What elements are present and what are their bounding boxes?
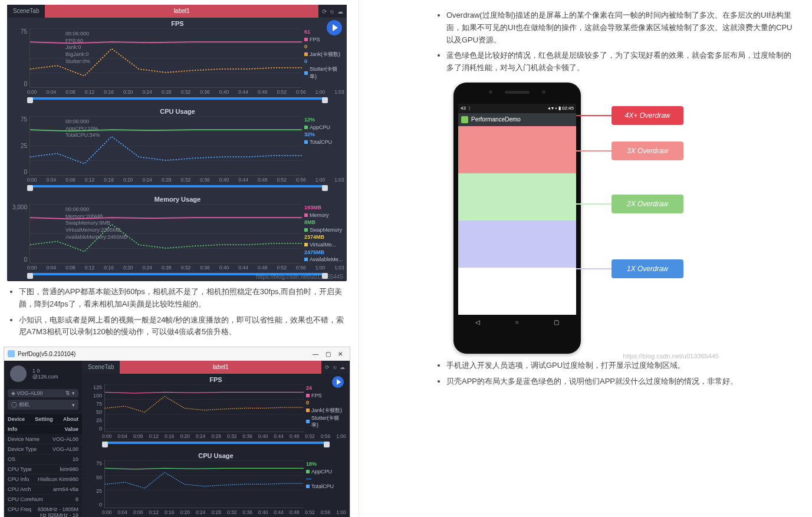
table-row: InfoValue (4, 424, 82, 434)
sidebar-tab[interactable]: Device (8, 416, 25, 422)
table-row: OS10 (4, 455, 82, 465)
list-item: Overdraw(过度绘制)描述的是屏幕上的某个像素在同一帧的时间内被绘制了多次… (446, 9, 798, 46)
bullet-list-right-2: 手机进入开发人员选项，调试GPU过度绘制，打开显示过度绘制区域。贝壳APP的布局… (430, 360, 798, 388)
table-row: CPU CoreNum8 (4, 495, 82, 505)
table-row: Device NameVOG-AL00 (4, 434, 82, 444)
label-tab[interactable]: label1 (45, 5, 318, 18)
sidebar-tab[interactable]: Setting (35, 416, 53, 422)
app-icon (8, 350, 15, 357)
overdraw-row (458, 268, 576, 315)
android-navbar: ◁○▢ (458, 315, 576, 330)
cloud-icon[interactable]: ☁ (337, 8, 343, 15)
device-select[interactable]: ◈ VOG-AL00⇅ ▾ (8, 389, 78, 397)
overdraw-row (458, 173, 576, 220)
min-icon[interactable]: — (309, 351, 322, 357)
overdraw-row (458, 220, 576, 268)
overdraw-legend-pill: 2X Overdraw (612, 195, 683, 213)
sidebar-tab[interactable]: About (63, 416, 78, 422)
share-icon[interactable]: ⎋ (330, 8, 334, 15)
close-icon[interactable]: ✕ (334, 351, 346, 357)
bullet-list-right-1: Overdraw(过度绘制)描述的是屏幕上的某个像素在同一帧的时间内被绘制了多次… (430, 9, 798, 74)
overdraw-illustration: 43 ⋮◂ ▾ ▪ ▮ 02:45 PerformanceDemo ◁○▢ 4X… (453, 83, 701, 354)
status-bar: 43 ⋮◂ ▾ ▪ ▮ 02:45 (458, 104, 576, 113)
table-row: Device TypeVOG-AL00 (4, 444, 82, 455)
overdraw-row (458, 126, 576, 173)
label-tab-2[interactable]: label1 (120, 361, 321, 374)
perfdog-screenshot-1: SceneTab label1 ⟳ ⎋ ☁ FPS75000:06:000FPS… (7, 5, 347, 281)
perfdog-window: PerfDog(v5.0.210104) — ▢ ✕ 1 0 @126.com … (4, 347, 350, 517)
user-name: 1 0 (32, 368, 58, 374)
play-button[interactable] (327, 20, 342, 35)
avatar[interactable] (10, 365, 27, 382)
share-icon[interactable]: ⎋ (333, 364, 336, 370)
list-item: 小知识，电影或者是网上看的视频一般是24帧/秒的速度播放的，即可以省性能，效果也… (19, 314, 351, 339)
bullet-list-1: 下图，普通的APP都基本能达到60fps，相机就不是了，相机拍照稳定在30fps… (2, 286, 351, 338)
scene-tab-2[interactable]: SceneTab (82, 361, 120, 374)
max-icon[interactable]: ▢ (322, 351, 334, 357)
sync-icon[interactable]: ⟳ (322, 8, 327, 15)
scene-tab[interactable]: SceneTab (7, 5, 45, 18)
watermark-right: https://blog.csdn.net/u013365445 (623, 353, 719, 360)
overdraw-legend-pill: 3X Overdraw (612, 141, 683, 160)
app-select[interactable]: ◯ 相机▾ (8, 400, 78, 410)
sync-icon[interactable]: ⟳ (325, 364, 330, 370)
app-bar: PerformanceDemo (458, 113, 576, 126)
nav-icon[interactable]: ◁ (475, 319, 480, 325)
window-title: PerfDog(v5.0.210104) (18, 351, 75, 357)
cloud-icon[interactable]: ☁ (340, 364, 345, 370)
nav-icon[interactable]: ○ (515, 319, 518, 325)
phone-mockup: 43 ⋮◂ ▾ ▪ ▮ 02:45 PerformanceDemo ◁○▢ (453, 83, 581, 354)
device-sidebar: 1 0 @126.com ◈ VOG-AL00⇅ ▾ ◯ 相机▾ DeviceS… (4, 361, 82, 517)
list-item: 蓝色绿色是比较好的情况，红色就是层级较多了，为了实现好看的效果，就会套多层布局，… (446, 50, 798, 74)
list-item: 下图，普通的APP都基本能达到60fps，相机就不是了，相机拍照稳定在30fps… (19, 286, 351, 311)
table-row: CPU InfoHisilicon Kirin980 (4, 475, 82, 485)
table-row: CPU Freq830MHz - 1805MHz 826MHz - 1920MH… (4, 505, 82, 517)
list-item: 贝壳APP的布局大多是蓝色绿色的，说明他们APP就没什么过度绘制的情况，非常好。 (446, 376, 798, 388)
window-titlebar: PerfDog(v5.0.210104) — ▢ ✕ (4, 347, 350, 361)
overdraw-legend-pill: 4X+ Overdraw (612, 106, 683, 125)
user-email: @126.com (32, 374, 58, 380)
overdraw-legend-pill: 1X Overdraw (612, 259, 683, 278)
table-row: CPU Archarm64-v8a (4, 485, 82, 495)
table-row: CPU Typekirin980 (4, 465, 82, 475)
watermark: https://blog.csdn.net/u013365445 (256, 274, 343, 280)
list-item: 手机进入开发人员选项，调试GPU过度绘制，打开显示过度绘制区域。 (446, 360, 798, 372)
app-icon (461, 116, 468, 123)
nav-icon[interactable]: ▢ (554, 319, 559, 325)
app-title: PerformanceDemo (471, 116, 521, 123)
